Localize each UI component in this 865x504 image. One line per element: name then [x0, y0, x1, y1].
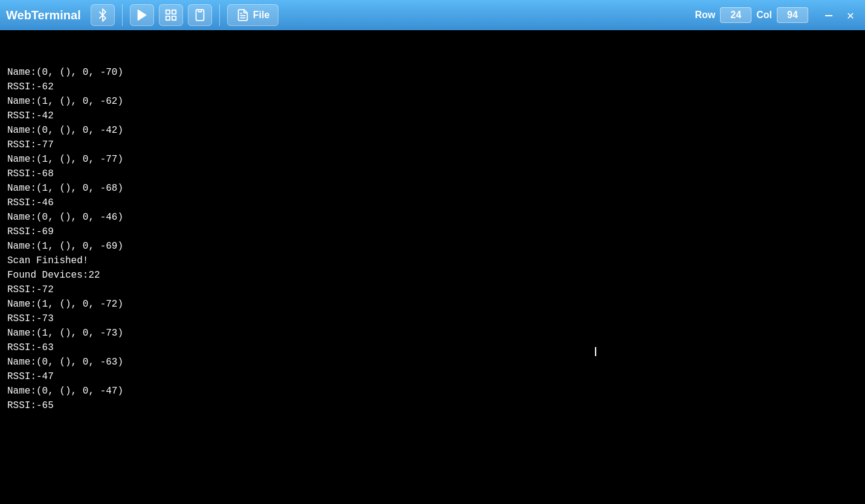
- file-icon: [236, 8, 249, 22]
- terminal-area[interactable]: Name:(0, (), 0, -70) RSSI:-62 Name:(1, (…: [0, 30, 865, 504]
- grid-icon: [164, 8, 178, 22]
- run-button[interactable]: [130, 4, 154, 26]
- minimize-button[interactable]: —: [820, 7, 837, 24]
- svg-rect-2: [172, 10, 176, 14]
- grid-button[interactable]: [159, 4, 183, 26]
- svg-rect-4: [166, 16, 169, 20]
- clipboard-icon: [193, 8, 207, 22]
- svg-rect-5: [198, 10, 202, 12]
- divider-2: [219, 4, 220, 26]
- clipboard-button[interactable]: [188, 4, 212, 26]
- svg-marker-0: [138, 10, 146, 21]
- svg-rect-3: [172, 16, 176, 20]
- close-button[interactable]: ✕: [842, 7, 859, 24]
- col-status-group: Col 94: [756, 7, 808, 23]
- row-value: 24: [720, 7, 751, 23]
- play-icon: [135, 8, 149, 22]
- app-title: WebTerminal: [6, 8, 81, 22]
- file-button[interactable]: File: [227, 4, 279, 26]
- svg-rect-1: [166, 10, 169, 14]
- window-controls: — ✕: [820, 7, 859, 24]
- row-status-group: Row 24: [695, 7, 751, 23]
- row-label: Row: [695, 10, 715, 21]
- terminal-content: Name:(0, (), 0, -70) RSSI:-62 Name:(1, (…: [7, 65, 858, 413]
- titlebar: WebTerminal: [0, 0, 865, 30]
- bluetooth-icon: [96, 8, 109, 22]
- col-label: Col: [756, 10, 772, 21]
- col-value: 94: [777, 7, 808, 23]
- bluetooth-button[interactable]: [91, 4, 115, 26]
- file-label: File: [253, 10, 270, 21]
- divider-1: [122, 4, 123, 26]
